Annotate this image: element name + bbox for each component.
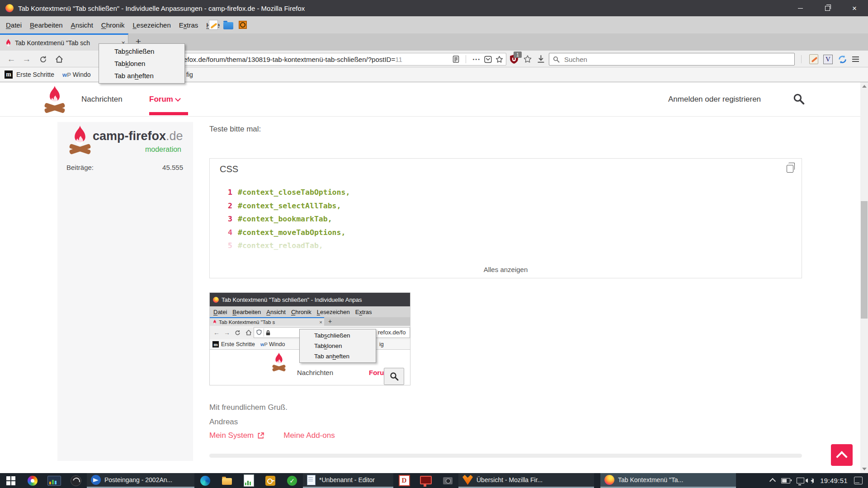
scrollbar-down-arrow[interactable] [862, 468, 867, 470]
reader-mode-icon[interactable] [453, 56, 459, 63]
context-menu-item[interactable]: Tab klonen [99, 57, 184, 70]
extension-star-icon[interactable] [524, 55, 532, 63]
folder-addon-icon[interactable] [223, 22, 233, 29]
scrollbar-thumb[interactable] [861, 201, 868, 319]
ublock-origin-icon[interactable]: 1 [510, 55, 518, 64]
task-notepad[interactable]: *Unbenannt - Editor [303, 473, 393, 488]
menubar-item[interactable]: Ansicht [67, 21, 97, 29]
start-button[interactable] [0, 473, 22, 488]
taskbar-monitor-app-icon[interactable] [43, 473, 65, 488]
download-icon[interactable] [537, 55, 545, 63]
windows-logo-icon [6, 476, 15, 485]
v-addon-icon[interactable]: V [823, 55, 833, 64]
minimize-button[interactable] [787, 0, 814, 16]
reload-icon [235, 330, 241, 336]
bookmark-config[interactable]: fig [186, 71, 193, 78]
embedded-bookmark: ig [379, 341, 384, 347]
notes-addon-icon[interactable] [809, 54, 818, 64]
menu-hamburger-icon[interactable] [852, 56, 859, 62]
scroll-to-top-button[interactable] [831, 444, 853, 466]
bookmark-erste-schritte[interactable]: Erste Schritte [16, 71, 54, 78]
sync-icon[interactable] [838, 55, 847, 64]
show-all-link[interactable]: Alles anzeigen [210, 266, 802, 273]
reload-button[interactable] [36, 52, 50, 66]
scrollbar-up-arrow[interactable] [862, 85, 867, 88]
menubar-item[interactable]: Extras [175, 21, 203, 29]
restore-button[interactable] [814, 0, 841, 16]
tab-favicon-flame [213, 319, 217, 324]
link-meine-addons[interactable]: Meine Add-ons [283, 431, 335, 440]
taskbar-color-app-icon[interactable] [22, 473, 43, 488]
menubar-item[interactable]: Lesezeichen [129, 21, 175, 29]
network-icon[interactable] [797, 478, 804, 483]
task-firefox-uebersicht[interactable]: Übersicht - Mozilla Fir... [458, 473, 594, 488]
posts-row: Beiträge: 45.555 [66, 164, 183, 171]
lock-icon [266, 330, 270, 336]
site-logo[interactable] [44, 86, 66, 113]
tracking-protection-shield-icon [256, 329, 262, 336]
posts-label: Beiträge: [66, 164, 94, 171]
action-center-icon[interactable] [854, 477, 863, 484]
embedded-context-menu-item: Tab schließen [300, 330, 376, 341]
close-button[interactable]: × [841, 0, 868, 16]
menubar-item[interactable]: Bearbeiten [26, 21, 67, 29]
forward-icon: → [224, 329, 230, 336]
speaker-icon[interactable] [811, 479, 814, 483]
taskbar-chart-app-icon[interactable] [238, 473, 259, 488]
copy-code-icon[interactable] [787, 165, 793, 173]
taskbar-camera-app-icon[interactable] [437, 473, 458, 488]
taskbar-edge-icon[interactable] [194, 473, 216, 488]
note-addon-icon[interactable] [209, 20, 218, 30]
taskbar-antivirus-icon[interactable]: ✓ [281, 473, 303, 488]
link-mein-system[interactable]: Mein System [209, 431, 264, 440]
task-label: *Unbenannt - Editor [319, 476, 375, 483]
taskbar-clock[interactable]: 19:49:51 [820, 477, 848, 484]
taskbar-keepass-icon[interactable] [259, 473, 281, 488]
firefox-app-icon [213, 297, 219, 303]
task-thunderbird[interactable]: Posteingang - 2002An... [87, 473, 194, 488]
restore-icon [825, 6, 830, 11]
wp-bookmark-icon: wP [260, 342, 268, 347]
post-closing-text: Mit freundlichem Gruß. [209, 403, 288, 412]
code-language-label: CSS [220, 164, 238, 174]
taskbar-d-app-icon[interactable]: D [393, 473, 415, 488]
bookmark-star-icon[interactable] [495, 56, 503, 63]
task-firefox-kontextmenu[interactable]: Tab Kontextmenü "Ta... [600, 473, 736, 488]
screen: Tab Kontextmenü "Tab schließen" - Indivi… [0, 0, 868, 488]
sidebar-logo [69, 126, 91, 155]
close-icon: × [852, 5, 857, 12]
task-label: Tab Kontextmenü "Ta... [618, 476, 683, 483]
site-search-icon[interactable] [793, 93, 805, 105]
back-icon: ← [213, 329, 220, 336]
menubar-item[interactable]: Datei [2, 21, 26, 29]
context-menu-item[interactable]: Tab schließen [99, 45, 184, 57]
page-actions-icon[interactable]: ••• [472, 56, 481, 62]
page-scrollbar[interactable] [860, 82, 868, 473]
taskbar-explorer-icon[interactable] [216, 473, 238, 488]
context-menu-item[interactable]: Tab anheften [99, 70, 184, 82]
post-screenshot-image[interactable]: Tab Kontextmenü "Tab schließen" - Indivi… [209, 292, 410, 385]
line-text: #context_selectAllTabs, [238, 202, 341, 210]
pocket-icon[interactable] [484, 56, 492, 63]
home-button[interactable] [52, 52, 66, 66]
site-nav-nachrichten[interactable]: Nachrichten [81, 95, 123, 104]
image-zoom-button[interactable] [384, 368, 404, 385]
bookmark-windows[interactable]: Windo [73, 71, 91, 78]
taskbar-dark-app-icon[interactable] [65, 473, 87, 488]
addon-button-icon[interactable] [239, 21, 247, 29]
site-nav-forum[interactable]: Forum [149, 95, 180, 104]
back-button[interactable]: ← [5, 52, 18, 66]
home-icon [55, 55, 63, 63]
taskbar-remote-app-icon[interactable] [415, 473, 437, 488]
post-divider [209, 454, 802, 458]
search-bar[interactable] [549, 53, 795, 66]
embedded-nav-nachrichten: Nachrichten [297, 369, 333, 376]
menubar-item[interactable]: Chronik [97, 21, 129, 29]
post-intro-text: Teste bitte mal: [209, 125, 261, 134]
battery-icon[interactable] [781, 478, 790, 483]
forward-icon: → [23, 54, 31, 64]
forward-button[interactable]: → [20, 52, 33, 66]
login-link[interactable]: Anmelden oder registrieren [668, 95, 761, 104]
search-input[interactable] [563, 55, 791, 64]
tray-expand-icon[interactable] [769, 478, 776, 484]
